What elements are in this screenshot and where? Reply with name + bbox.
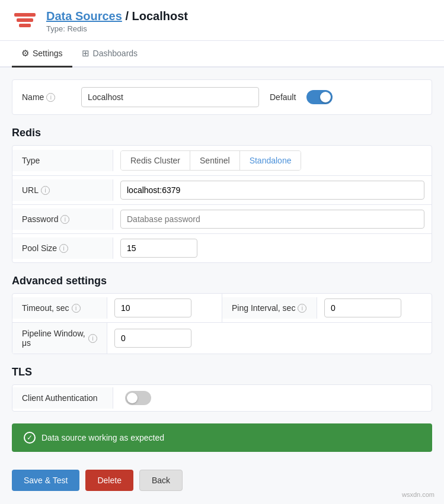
pipeline-cell: Pipeline Window, μs i: [12, 323, 432, 354]
client-auth-value: [113, 386, 432, 410]
type-button-group: Redis Cluster Sentinel Standalone: [120, 150, 301, 171]
page-subtitle: Type: Redis: [46, 24, 188, 33]
breadcrumb-separator: /: [122, 9, 132, 23]
pipeline-value: [107, 324, 432, 352]
header: Data Sources / Localhost Type: Redis: [0, 0, 444, 41]
name-info-icon[interactable]: i: [46, 93, 55, 102]
password-input[interactable]: [120, 210, 424, 229]
timeout-cell: Timeout, sec i: [12, 294, 222, 322]
pool-size-info-icon[interactable]: i: [59, 244, 68, 253]
pool-size-value: [113, 234, 432, 262]
status-message: Data source working as expected: [41, 433, 164, 442]
ping-interval-value: [317, 294, 432, 322]
name-label: Name i: [22, 92, 75, 102]
type-standalone[interactable]: Standalone: [240, 151, 301, 170]
advanced-form-table: Timeout, sec i Ping Interval, sec i: [12, 293, 432, 354]
password-value: [113, 205, 432, 233]
data-sources-link[interactable]: Data Sources: [46, 9, 122, 23]
pipeline-row: Pipeline Window, μs i: [12, 323, 432, 354]
tls-section-title: TLS: [12, 366, 432, 378]
client-auth-row: Client Authentication: [12, 385, 432, 411]
timeout-label: Timeout, sec i: [12, 297, 107, 319]
timeout-value: [107, 294, 222, 322]
url-info-icon[interactable]: i: [41, 186, 50, 195]
dashboards-icon: ⊞: [82, 48, 90, 59]
client-auth-label: Client Authentication: [12, 387, 113, 409]
advanced-section-title: Advanced settings: [12, 275, 432, 287]
client-auth-toggle-knob: [127, 393, 138, 403]
tls-form-table: Client Authentication: [12, 384, 432, 412]
type-label: Type: [12, 150, 113, 171]
pipeline-info-icon[interactable]: i: [88, 334, 97, 343]
pool-size-input[interactable]: [120, 239, 197, 258]
delete-button[interactable]: Delete: [85, 470, 133, 491]
pool-size-row: Pool Size i: [12, 234, 432, 262]
svg-rect-0: [14, 13, 36, 17]
tabs-bar: ⚙ Settings ⊞ Dashboards: [0, 41, 444, 68]
type-sentinel[interactable]: Sentinel: [190, 151, 240, 170]
tab-dashboards[interactable]: ⊞ Dashboards: [72, 41, 148, 68]
page-heading: Data Sources / Localhost: [46, 9, 188, 23]
app-logo: [12, 8, 38, 34]
url-input[interactable]: [120, 181, 424, 200]
type-row: Type Redis Cluster Sentinel Standalone: [12, 146, 432, 176]
header-text: Data Sources / Localhost Type: Redis: [46, 9, 188, 33]
type-value: Redis Cluster Sentinel Standalone: [113, 146, 432, 175]
client-auth-toggle-slider: [125, 391, 151, 405]
redis-section-title: Redis: [12, 127, 432, 139]
status-bar: ✓ Data source working as expected: [12, 423, 432, 452]
save-test-button[interactable]: Save & Test: [12, 470, 79, 491]
ping-interval-info-icon[interactable]: i: [298, 304, 306, 313]
pipeline-input[interactable]: [114, 329, 191, 348]
tab-settings-label: Settings: [33, 49, 63, 58]
timeout-info-icon[interactable]: i: [72, 304, 81, 313]
redis-form-table: Type Redis Cluster Sentinel Standalone U…: [12, 145, 432, 263]
name-input[interactable]: [81, 87, 259, 107]
url-label: URL i: [12, 179, 113, 201]
tab-settings[interactable]: ⚙ Settings: [12, 41, 72, 68]
ping-interval-label: Ping Interval, sec i: [222, 297, 317, 319]
type-redis-cluster[interactable]: Redis Cluster: [121, 151, 190, 170]
client-auth-toggle[interactable]: [125, 391, 151, 405]
pool-size-label: Pool Size i: [12, 237, 113, 259]
ping-interval-input[interactable]: [324, 298, 401, 317]
svg-rect-1: [17, 18, 33, 22]
back-button[interactable]: Back: [139, 470, 183, 491]
tab-dashboards-label: Dashboards: [93, 49, 138, 58]
password-info-icon[interactable]: i: [60, 215, 69, 224]
name-row: Name i Default: [12, 79, 432, 115]
password-row: Password i: [12, 205, 432, 234]
timeout-input[interactable]: [114, 298, 191, 317]
main-content: Name i Default Redis Type Redis Cluster …: [0, 68, 444, 504]
settings-icon: ⚙: [21, 48, 29, 59]
check-icon: ✓: [24, 432, 36, 444]
svg-rect-2: [19, 24, 31, 27]
url-value: [113, 176, 432, 204]
ping-interval-cell: Ping Interval, sec i: [222, 294, 432, 322]
toggle-knob: [320, 92, 331, 102]
pipeline-label: Pipeline Window, μs i: [12, 323, 107, 354]
page-name: Localhost: [132, 9, 188, 23]
watermark: wsxdn.com: [395, 487, 442, 502]
default-label: Default: [270, 92, 296, 102]
action-buttons: Save & Test Delete Back: [12, 464, 432, 497]
default-toggle[interactable]: [306, 90, 333, 104]
toggle-slider: [306, 90, 333, 104]
password-label: Password i: [12, 208, 113, 230]
timeout-ping-row: Timeout, sec i Ping Interval, sec i: [12, 294, 432, 323]
url-row: URL i: [12, 176, 432, 205]
